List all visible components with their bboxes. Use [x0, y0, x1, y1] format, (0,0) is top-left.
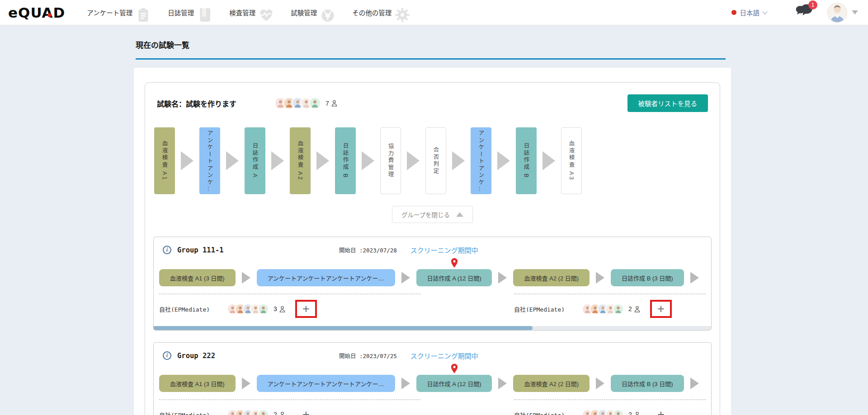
trial-flow-diagram: 血液検査 A1 アンケートアンケ… 日誌作成 A 血液検査 A2 日誌作成 B … [154, 127, 720, 194]
assignment-block: 自社(EPMediate) 2 + [159, 399, 420, 415]
arrow-right-icon [596, 378, 604, 389]
language-selector[interactable]: 日本語 [731, 8, 767, 17]
person-icon [278, 305, 286, 313]
arrow-right-icon [242, 272, 250, 284]
scrollbar-thumb[interactable] [154, 326, 533, 330]
dropdown-triangle-icon [852, 10, 858, 14]
notification-badge: 1 [808, 0, 817, 9]
group-start-date: 開始日 :2023/07/28 [339, 246, 397, 254]
assignment-block: 自社(EPMediate) 3 + [159, 294, 420, 318]
group-panel-111-1: i Group 111-1 開始日 :2023/07/28 スクリーニング期間中… [153, 237, 712, 331]
plus-icon: + [302, 407, 310, 415]
assignment-avatars [582, 409, 624, 415]
trial-title: 試験名：試験を作ります [157, 98, 236, 109]
group-assignments: 自社(EPMediate) 2 + 自社(EPMedia [154, 392, 711, 415]
menu-label: その他の管理 [352, 8, 392, 17]
add-member-button[interactable]: + [295, 406, 317, 415]
flow-pill[interactable]: アンケートアンケートアンケートアンケー… [257, 269, 395, 286]
info-icon[interactable]: i [163, 246, 171, 254]
member-avatar [613, 303, 624, 315]
close-group-button[interactable]: グループを閉じる [392, 206, 473, 223]
group-start-date: 開始日 :2023/07/25 [339, 351, 397, 360]
flow-pill[interactable]: 血液検査 A2 (2 日間) [513, 375, 590, 392]
assignment-block: 自社(EPMediate) 2 + [514, 294, 706, 318]
group-flow-row: 血液検査 A1 (3 日間) アンケートアンケートアンケートアンケー… 日誌作成… [154, 256, 711, 286]
flow-pill[interactable]: 血液検査 A2 (2 日間) [513, 269, 590, 286]
arrow-right-icon [401, 378, 410, 389]
app-logo-text: eQUAD [8, 5, 65, 21]
flow-pill[interactable]: 日誌作成 B (3 日間) [611, 375, 684, 392]
info-icon[interactable]: i [163, 351, 171, 360]
heart-pulse-icon [258, 7, 274, 23]
menu-label: アンケート管理 [87, 8, 132, 17]
menu-item-examination[interactable]: 検査管理 [229, 2, 274, 23]
flow-pill[interactable]: アンケートアンケートアンケートアンケー… [257, 375, 395, 392]
trial-member-count: 7 [326, 100, 329, 107]
plus-icon: + [302, 302, 310, 316]
chat-button[interactable]: 1 [795, 3, 814, 22]
assignment-avatars [227, 409, 269, 415]
flow-pill[interactable]: 日誌作成 B (3 日間) [611, 269, 684, 286]
plus-icon: + [657, 407, 665, 415]
add-member-button-highlighted[interactable]: + [650, 300, 672, 318]
app-logo[interactable]: eQUAD [8, 5, 65, 21]
group-assignments: 自社(EPMediate) 3 + 自社(EPMedia [154, 286, 711, 324]
menu-item-trial[interactable]: 試験管理 [291, 2, 336, 23]
flow-pill-current[interactable]: 日誌作成 A (12 日間) [416, 375, 492, 392]
flow-step: アンケートアンケ… [199, 127, 220, 194]
company-label: 自社(EPMediate) [514, 305, 565, 313]
arrow-right-icon [596, 272, 604, 284]
menu-item-survey[interactable]: アンケート管理 [87, 2, 151, 23]
user-avatar [827, 3, 847, 23]
main-menu: アンケート管理 日誌管理 検査管理 試験管理 その他の管理 [87, 2, 410, 23]
arrow-right-icon [690, 378, 699, 389]
view-subjects-button[interactable]: 被験者リストを見る [627, 94, 708, 112]
member-avatar [258, 409, 269, 415]
gear-icon [394, 7, 410, 23]
group-status-link[interactable]: スクリーニング期間中 [410, 351, 478, 360]
flow-step: 合否判定 [425, 127, 446, 194]
arrow-right-icon [498, 272, 507, 284]
group-header: i Group 222 開始日 :2023/07/25 スクリーニング期間中 [154, 343, 711, 361]
arrow-right-icon [316, 151, 329, 170]
member-avatar [309, 97, 321, 109]
arrow-right-icon [452, 151, 465, 170]
flow-pill[interactable]: 血液検査 A1 (3 日間) [159, 375, 236, 392]
menu-item-other[interactable]: その他の管理 [352, 2, 410, 23]
location-pin-icon [450, 257, 458, 268]
flow-step: 日誌作成 A [245, 127, 265, 194]
assignment-count: 2 [628, 411, 632, 415]
add-member-button-highlighted[interactable]: + [295, 300, 317, 318]
nav-right: 日本語 1 [731, 3, 859, 23]
group-name: Group 222 [177, 352, 339, 360]
person-icon [633, 411, 641, 415]
company-label: 自社(EPMediate) [159, 410, 210, 415]
flow-pill-current[interactable]: 日誌作成 A (12 日間) [416, 269, 492, 286]
flow-step: 血液検査 A3 [561, 127, 582, 194]
trial-card: 試験名：試験を作ります 7 被験者リストを見る 血液検査 A1 アンケートアンケ… [145, 82, 720, 415]
arrow-right-icon [401, 272, 410, 284]
assignment-count: 2 [628, 305, 632, 312]
close-group-row: グループを閉じる [145, 206, 720, 223]
user-menu[interactable] [827, 3, 858, 23]
flow-step: アンケートアンケ… [471, 127, 491, 194]
horizontal-scrollbar[interactable] [154, 326, 711, 330]
triangle-up-icon [456, 212, 463, 217]
assignment-count: 3 [274, 305, 277, 312]
assignment-avatars [227, 303, 269, 315]
company-label: 自社(EPMediate) [159, 305, 210, 313]
menu-item-diary[interactable]: 日誌管理 [168, 2, 213, 23]
add-member-button[interactable]: + [650, 406, 672, 415]
assignment-avatars [582, 303, 624, 315]
arrow-right-icon [542, 151, 555, 170]
group-status-link[interactable]: スクリーニング期間中 [410, 245, 478, 255]
arrow-right-icon [362, 151, 374, 170]
person-icon [330, 99, 338, 107]
arrow-right-icon [242, 378, 250, 389]
arrow-right-icon [271, 151, 284, 170]
flow-step: 日誌作成 B [516, 127, 537, 194]
menu-label: 試験管理 [291, 8, 317, 17]
flow-pill[interactable]: 血液検査 A1 (3 日間) [159, 269, 236, 286]
location-pin-icon [450, 363, 458, 374]
japan-flag-icon [731, 10, 736, 15]
